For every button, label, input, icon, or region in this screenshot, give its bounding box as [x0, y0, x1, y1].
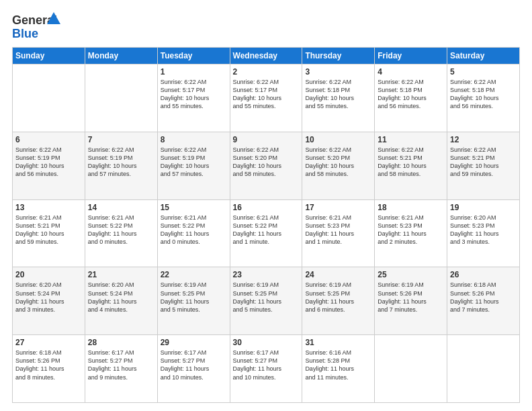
- day-number: 11: [378, 135, 444, 144]
- calendar-header-row: SundayMondayTuesdayWednesdayThursdayFrid…: [13, 48, 520, 64]
- day-info: Sunrise: 6:22 AM Sunset: 5:20 PM Dayligh…: [305, 146, 371, 179]
- calendar-cell: 30Sunrise: 6:17 AM Sunset: 5:27 PM Dayli…: [230, 335, 302, 403]
- calendar-cell: [375, 335, 447, 403]
- calendar-dow-saturday: Saturday: [447, 48, 520, 64]
- day-info: Sunrise: 6:22 AM Sunset: 5:18 PM Dayligh…: [450, 78, 517, 111]
- day-number: 29: [161, 338, 227, 347]
- day-info: Sunrise: 6:21 AM Sunset: 5:22 PM Dayligh…: [161, 214, 227, 246]
- calendar-cell: 4Sunrise: 6:22 AM Sunset: 5:18 PM Daylig…: [375, 64, 447, 132]
- calendar-week-3: 20Sunrise: 6:20 AM Sunset: 5:24 PM Dayli…: [13, 267, 520, 335]
- day-info: Sunrise: 6:20 AM Sunset: 5:24 PM Dayligh…: [15, 281, 82, 314]
- day-number: 22: [161, 270, 227, 279]
- day-info: Sunrise: 6:22 AM Sunset: 5:21 PM Dayligh…: [378, 146, 444, 179]
- calendar-cell: 25Sunrise: 6:19 AM Sunset: 5:26 PM Dayli…: [375, 267, 447, 335]
- svg-text:Blue: Blue: [12, 27, 38, 40]
- calendar-cell: 7Sunrise: 6:22 AM Sunset: 5:19 PM Daylig…: [85, 132, 157, 199]
- calendar-cell: 2Sunrise: 6:22 AM Sunset: 5:17 PM Daylig…: [230, 64, 302, 132]
- day-number: 25: [378, 270, 444, 279]
- day-number: 17: [305, 203, 371, 212]
- day-number: 12: [450, 135, 517, 144]
- day-number: 13: [15, 203, 82, 212]
- calendar-cell: 17Sunrise: 6:21 AM Sunset: 5:23 PM Dayli…: [302, 199, 375, 267]
- day-number: 26: [450, 270, 517, 279]
- calendar-week-0: 1Sunrise: 6:22 AM Sunset: 5:17 PM Daylig…: [13, 64, 520, 132]
- day-number: 14: [88, 203, 154, 212]
- day-number: 21: [88, 270, 154, 279]
- day-info: Sunrise: 6:17 AM Sunset: 5:27 PM Dayligh…: [161, 349, 227, 381]
- header: General Blue: [12, 12, 520, 40]
- day-info: Sunrise: 6:20 AM Sunset: 5:24 PM Dayligh…: [88, 281, 154, 314]
- day-info: Sunrise: 6:21 AM Sunset: 5:21 PM Dayligh…: [15, 214, 82, 246]
- calendar-cell: 23Sunrise: 6:19 AM Sunset: 5:25 PM Dayli…: [230, 267, 302, 335]
- calendar-dow-monday: Monday: [85, 48, 157, 64]
- day-info: Sunrise: 6:22 AM Sunset: 5:19 PM Dayligh…: [161, 146, 227, 179]
- day-number: 6: [15, 135, 82, 144]
- day-info: Sunrise: 6:22 AM Sunset: 5:18 PM Dayligh…: [305, 78, 371, 111]
- calendar-cell: 20Sunrise: 6:20 AM Sunset: 5:24 PM Dayli…: [13, 267, 85, 335]
- day-info: Sunrise: 6:21 AM Sunset: 5:22 PM Dayligh…: [88, 214, 154, 246]
- logo: General Blue: [12, 12, 66, 40]
- calendar-cell: 16Sunrise: 6:21 AM Sunset: 5:22 PM Dayli…: [230, 199, 302, 267]
- calendar-dow-tuesday: Tuesday: [157, 48, 230, 64]
- calendar-week-1: 6Sunrise: 6:22 AM Sunset: 5:19 PM Daylig…: [13, 132, 520, 199]
- calendar-cell: 26Sunrise: 6:18 AM Sunset: 5:26 PM Dayli…: [447, 267, 520, 335]
- calendar-cell: 28Sunrise: 6:17 AM Sunset: 5:27 PM Dayli…: [85, 335, 157, 403]
- day-info: Sunrise: 6:21 AM Sunset: 5:22 PM Dayligh…: [233, 214, 300, 246]
- calendar-cell: 8Sunrise: 6:22 AM Sunset: 5:19 PM Daylig…: [157, 132, 230, 199]
- calendar-table: SundayMondayTuesdayWednesdayThursdayFrid…: [12, 47, 520, 403]
- calendar-cell: [447, 335, 520, 403]
- day-number: 23: [233, 270, 300, 279]
- logo-svg: General Blue: [12, 12, 66, 40]
- day-info: Sunrise: 6:18 AM Sunset: 5:26 PM Dayligh…: [15, 349, 82, 381]
- day-number: 20: [15, 270, 82, 279]
- day-info: Sunrise: 6:22 AM Sunset: 5:17 PM Dayligh…: [161, 78, 227, 111]
- calendar-cell: 27Sunrise: 6:18 AM Sunset: 5:26 PM Dayli…: [13, 335, 85, 403]
- day-number: 10: [305, 135, 371, 144]
- calendar-cell: 21Sunrise: 6:20 AM Sunset: 5:24 PM Dayli…: [85, 267, 157, 335]
- day-number: 1: [161, 67, 227, 77]
- day-info: Sunrise: 6:19 AM Sunset: 5:25 PM Dayligh…: [161, 281, 227, 314]
- calendar-cell: 11Sunrise: 6:22 AM Sunset: 5:21 PM Dayli…: [375, 132, 447, 199]
- calendar-dow-thursday: Thursday: [302, 48, 375, 64]
- calendar-cell: 6Sunrise: 6:22 AM Sunset: 5:19 PM Daylig…: [13, 132, 85, 199]
- calendar-cell: [85, 64, 157, 132]
- day-number: 9: [233, 135, 300, 144]
- day-info: Sunrise: 6:22 AM Sunset: 5:21 PM Dayligh…: [450, 146, 517, 179]
- calendar-cell: 24Sunrise: 6:19 AM Sunset: 5:25 PM Dayli…: [302, 267, 375, 335]
- day-info: Sunrise: 6:22 AM Sunset: 5:18 PM Dayligh…: [378, 78, 444, 111]
- page: General Blue SundayMondayTuesdayWednesda…: [0, 0, 532, 411]
- day-info: Sunrise: 6:19 AM Sunset: 5:25 PM Dayligh…: [305, 281, 371, 314]
- calendar-cell: 29Sunrise: 6:17 AM Sunset: 5:27 PM Dayli…: [157, 335, 230, 403]
- day-number: 31: [305, 338, 371, 347]
- calendar-cell: 10Sunrise: 6:22 AM Sunset: 5:20 PM Dayli…: [302, 132, 375, 199]
- day-number: 8: [161, 135, 227, 144]
- day-number: 28: [88, 338, 154, 347]
- day-number: 16: [233, 203, 300, 212]
- day-number: 4: [378, 67, 444, 77]
- calendar-dow-sunday: Sunday: [13, 48, 85, 64]
- day-info: Sunrise: 6:18 AM Sunset: 5:26 PM Dayligh…: [450, 281, 517, 314]
- calendar-cell: [13, 64, 85, 132]
- day-info: Sunrise: 6:20 AM Sunset: 5:23 PM Dayligh…: [450, 214, 517, 246]
- day-info: Sunrise: 6:19 AM Sunset: 5:26 PM Dayligh…: [378, 281, 444, 314]
- day-number: 18: [378, 203, 444, 212]
- day-info: Sunrise: 6:22 AM Sunset: 5:20 PM Dayligh…: [233, 146, 300, 179]
- calendar-cell: 14Sunrise: 6:21 AM Sunset: 5:22 PM Dayli…: [85, 199, 157, 267]
- day-number: 24: [305, 270, 371, 279]
- day-number: 7: [88, 135, 154, 144]
- calendar-cell: 12Sunrise: 6:22 AM Sunset: 5:21 PM Dayli…: [447, 132, 520, 199]
- day-number: 19: [450, 203, 517, 212]
- calendar-dow-friday: Friday: [375, 48, 447, 64]
- day-info: Sunrise: 6:21 AM Sunset: 5:23 PM Dayligh…: [378, 214, 444, 246]
- day-info: Sunrise: 6:16 AM Sunset: 5:28 PM Dayligh…: [305, 349, 371, 381]
- calendar-week-2: 13Sunrise: 6:21 AM Sunset: 5:21 PM Dayli…: [13, 199, 520, 267]
- day-info: Sunrise: 6:17 AM Sunset: 5:27 PM Dayligh…: [233, 349, 300, 381]
- calendar-cell: 22Sunrise: 6:19 AM Sunset: 5:25 PM Dayli…: [157, 267, 230, 335]
- calendar-cell: 15Sunrise: 6:21 AM Sunset: 5:22 PM Dayli…: [157, 199, 230, 267]
- calendar-cell: 9Sunrise: 6:22 AM Sunset: 5:20 PM Daylig…: [230, 132, 302, 199]
- day-number: 5: [450, 67, 517, 77]
- calendar-cell: 13Sunrise: 6:21 AM Sunset: 5:21 PM Dayli…: [13, 199, 85, 267]
- calendar-cell: 1Sunrise: 6:22 AM Sunset: 5:17 PM Daylig…: [157, 64, 230, 132]
- calendar-cell: 3Sunrise: 6:22 AM Sunset: 5:18 PM Daylig…: [302, 64, 375, 132]
- calendar-cell: 31Sunrise: 6:16 AM Sunset: 5:28 PM Dayli…: [302, 335, 375, 403]
